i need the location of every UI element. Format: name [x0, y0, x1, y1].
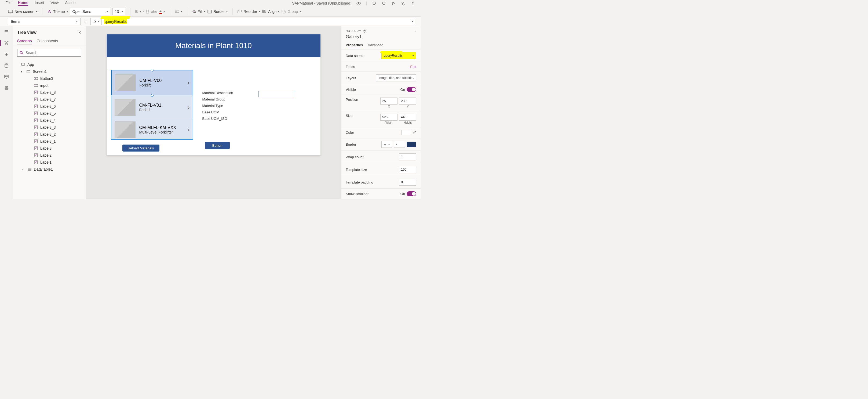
generic-button[interactable]: Button: [205, 142, 230, 149]
gallery-control[interactable]: CM-FL-V00Forklift › CM-FL-V01Forklift › …: [111, 70, 193, 140]
rail-hamburger-icon[interactable]: [4, 29, 9, 34]
tree-node[interactable]: input: [13, 82, 86, 89]
font-color-button[interactable]: A▾: [159, 9, 164, 14]
prop-y-input[interactable]: 230: [399, 97, 416, 105]
detail-text-input[interactable]: [258, 91, 294, 97]
align-text-button[interactable]: ▾: [175, 10, 182, 13]
menu-file[interactable]: File: [5, 1, 11, 6]
fx-button[interactable]: fx▾: [90, 18, 102, 25]
svg-point-15: [6, 88, 7, 89]
new-screen-button[interactable]: New screen▾: [8, 9, 37, 14]
prop-layout-select[interactable]: Image, title, and subtitle▾: [376, 75, 416, 81]
chevron-right-icon[interactable]: ›: [188, 104, 189, 111]
play-icon[interactable]: [391, 1, 396, 6]
prop-wrap-input[interactable]: 1: [399, 153, 416, 161]
tree-node[interactable]: Label1: [13, 159, 86, 166]
gallery-item[interactable]: CM-MLFL-KM-VXXMulti-Level Forklifter ›: [112, 120, 193, 139]
theme-button[interactable]: Theme▾: [47, 9, 68, 14]
formula-bar: Items▾ = fx▾ queryResults ▾: [0, 17, 421, 26]
prop-border-style-select[interactable]: ─▾: [381, 141, 392, 148]
help-icon[interactable]: [410, 1, 415, 6]
tree-close-icon[interactable]: ✕: [78, 30, 81, 35]
reorder-button[interactable]: Reorder▾: [238, 9, 260, 14]
rail-tree-icon[interactable]: [4, 40, 9, 46]
prop-border-width-input[interactable]: 2: [394, 141, 405, 148]
svg-rect-26: [34, 119, 38, 122]
strike-button[interactable]: abc: [151, 9, 157, 14]
tree-node[interactable]: ›DataTable1: [13, 166, 86, 173]
menu-action[interactable]: Action: [65, 1, 76, 6]
app-checker-icon[interactable]: [356, 1, 361, 6]
tree-node-screen1[interactable]: ▾ Screen1: [13, 68, 86, 75]
tab-advanced[interactable]: Advanced: [368, 41, 383, 49]
rail-advanced-icon[interactable]: [4, 85, 9, 91]
svg-rect-29: [34, 140, 38, 143]
prop-visible-toggle[interactable]: [407, 87, 416, 92]
bold-button[interactable]: B▾: [135, 9, 141, 14]
svg-rect-24: [34, 105, 38, 108]
prop-height-input[interactable]: 440: [399, 114, 416, 121]
help-icon[interactable]: [363, 30, 366, 33]
svg-rect-7: [239, 10, 241, 12]
prop-fields-edit-link[interactable]: Edit: [410, 65, 416, 69]
tree-node[interactable]: Label2: [13, 152, 86, 159]
undo-icon[interactable]: [372, 1, 377, 6]
rail-media-icon[interactable]: [4, 74, 9, 80]
tree-node[interactable]: Label3: [13, 145, 86, 152]
menu-insert[interactable]: Insert: [35, 1, 44, 6]
prop-wrap-label: Wrap count: [346, 155, 364, 159]
rail-insert-icon[interactable]: [4, 52, 9, 57]
tree-node[interactable]: Label3_7: [13, 96, 86, 103]
group-button[interactable]: Group▾: [282, 9, 301, 14]
font-size-select[interactable]: 13▾: [113, 8, 125, 15]
redo-icon[interactable]: [381, 1, 386, 6]
placeholder-image-icon: [115, 75, 136, 91]
formula-input[interactable]: queryResults ▾: [102, 18, 415, 25]
italic-button[interactable]: /: [143, 9, 144, 14]
border-button[interactable]: Border▾: [208, 9, 227, 14]
prop-scroll-toggle[interactable]: [407, 191, 416, 196]
prop-data-source-label: Data source: [346, 54, 365, 58]
tree-node-app[interactable]: App: [13, 61, 86, 68]
tab-properties[interactable]: Properties: [346, 41, 363, 49]
tree-node[interactable]: Label3_1: [13, 138, 86, 145]
menu-view[interactable]: View: [51, 1, 59, 6]
font-select[interactable]: Open Sans▾: [70, 8, 110, 15]
tree-search[interactable]: [17, 49, 81, 57]
prop-x-input[interactable]: 25: [380, 97, 398, 105]
tree-node[interactable]: Label3_5: [13, 110, 86, 117]
share-icon[interactable]: [401, 1, 406, 6]
tree-node[interactable]: Label3_6: [13, 103, 86, 110]
prop-border-color[interactable]: [407, 142, 416, 147]
svg-rect-30: [34, 147, 38, 150]
chevron-right-icon[interactable]: ›: [188, 126, 189, 133]
prop-width-input[interactable]: 526: [380, 114, 398, 121]
align-button[interactable]: Align▾: [262, 9, 279, 14]
menu-home[interactable]: Home: [18, 1, 28, 6]
control-icon: [34, 104, 38, 109]
chevron-right-icon[interactable]: ›: [187, 79, 189, 86]
tree-search-input[interactable]: [26, 51, 79, 55]
gallery-item[interactable]: CM-FL-V01Forklift ›: [112, 95, 193, 120]
tree-node[interactable]: Label3_3: [13, 124, 86, 131]
canvas[interactable]: Materials in Plant 1010 CM-FL-V00Forklif…: [86, 26, 341, 199]
tree-node[interactable]: Label3_8: [13, 89, 86, 96]
tab-screens[interactable]: Screens: [17, 37, 32, 45]
property-select[interactable]: Items▾: [8, 18, 81, 25]
expand-formula-icon[interactable]: ▾: [412, 20, 413, 23]
prop-color-picker[interactable]: [401, 130, 411, 135]
chevron-right-icon[interactable]: ›: [415, 29, 416, 33]
tab-components[interactable]: Components: [36, 37, 58, 45]
eyedropper-icon[interactable]: [412, 131, 416, 134]
prop-tpl-pad-input[interactable]: 0: [399, 179, 416, 186]
rail-data-icon[interactable]: [4, 63, 9, 68]
underline-button[interactable]: U: [146, 9, 149, 14]
tree-node[interactable]: Button3: [13, 75, 86, 82]
reload-materials-button[interactable]: Reload Materials: [122, 145, 159, 151]
gallery-item[interactable]: CM-FL-V00Forklift ›: [112, 70, 193, 95]
fill-button[interactable]: Fill▾: [192, 9, 206, 14]
prop-data-source-select[interactable]: queryResults▾: [381, 52, 416, 59]
tree-node[interactable]: Label3_4: [13, 117, 86, 124]
tree-node[interactable]: Label3_2: [13, 131, 86, 138]
prop-tpl-size-input[interactable]: 160: [399, 166, 416, 173]
